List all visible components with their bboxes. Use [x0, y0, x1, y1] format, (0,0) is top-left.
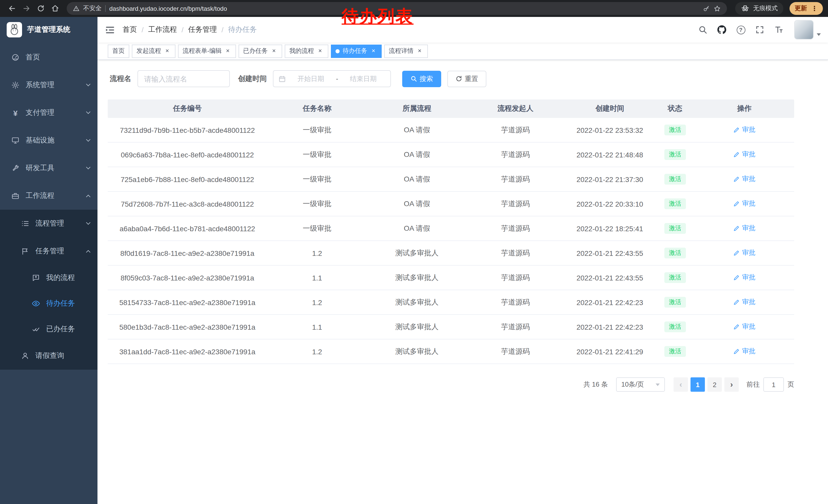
prev-page-button[interactable]: ‹	[673, 377, 688, 392]
search-button[interactable]: 搜索	[402, 71, 441, 87]
search-button[interactable]	[696, 23, 709, 36]
reset-button[interactable]: 重置	[447, 71, 486, 87]
key-icon[interactable]	[703, 5, 710, 12]
cell-initiator: 芋道源码	[467, 224, 564, 233]
breadcrumb-item-task-mgmt[interactable]: 任务管理	[188, 25, 217, 34]
page-size-select[interactable]: 10条/页	[616, 377, 665, 392]
close-icon[interactable]: ×	[164, 47, 171, 55]
approve-link[interactable]: 审批	[733, 322, 755, 331]
close-icon[interactable]: ×	[224, 47, 232, 55]
question-icon: ?	[736, 26, 745, 34]
cell-process: OA 请假	[367, 224, 467, 233]
table-row: 58154733-7ac8-11ec-a9e2-a2380e71991a 1.2…	[108, 290, 794, 315]
page-button-2[interactable]: 2	[707, 377, 722, 392]
status-badge: 激活	[664, 272, 686, 283]
github-button[interactable]	[715, 23, 729, 36]
url-text[interactable]: dashboard.yudao.iocoder.cn/bpm/task/todo	[109, 5, 227, 12]
breadcrumb-item-workflow[interactable]: 工作流程	[148, 25, 177, 34]
approve-link[interactable]: 审批	[733, 150, 755, 159]
tab-start-process[interactable]: 发起流程 ×	[132, 44, 175, 58]
edit-icon	[733, 176, 740, 183]
fullscreen-button[interactable]	[753, 23, 767, 36]
edit-icon	[733, 348, 740, 355]
close-icon[interactable]: ×	[416, 47, 423, 55]
sidebar-item-home[interactable]: 首页	[0, 44, 97, 71]
cell-initiator: 芋道源码	[467, 297, 564, 307]
range-separator: -	[336, 75, 338, 83]
next-page-button[interactable]: ›	[724, 377, 739, 392]
cell-initiator: 芋道源码	[467, 322, 564, 331]
cell-initiator: 芋道源码	[467, 150, 564, 159]
security-label[interactable]: 不安全	[83, 4, 101, 13]
breadcrumb-item-home[interactable]: 首页	[123, 25, 137, 34]
sidebar-item-todo-tasks[interactable]: 待办任务	[0, 291, 97, 316]
approve-link[interactable]: 审批	[733, 297, 755, 307]
header-action: 操作	[695, 104, 794, 113]
app-logo[interactable]: 芋道管理系统	[0, 17, 97, 43]
bookmark-star-icon[interactable]	[714, 5, 721, 12]
cell-initiator: 芋道源码	[467, 199, 564, 209]
sidebar-item-payment[interactable]: ¥ 支付管理	[0, 99, 97, 127]
end-date-placeholder[interactable]: 结束日期	[341, 74, 385, 83]
cell-initiator: 芋道源码	[467, 175, 564, 184]
avatar[interactable]	[794, 20, 814, 40]
sidebar-item-devtools[interactable]: 研发工具	[0, 154, 97, 182]
date-range-picker[interactable]: 开始日期 - 结束日期	[273, 70, 391, 87]
tab-home[interactable]: 首页	[108, 44, 129, 58]
update-button[interactable]: 更新 ⋮	[790, 2, 823, 15]
close-icon[interactable]: ×	[370, 47, 377, 55]
overflow-menu-icon[interactable]: ⋮	[811, 5, 818, 12]
cell-task-id: 73211d9d-7b9b-11ec-b5b7-acde48001122	[108, 126, 267, 134]
reload-button[interactable]	[34, 2, 47, 15]
status-badge: 激活	[664, 174, 686, 185]
process-name-input[interactable]	[137, 70, 230, 87]
sidebar-item-system[interactable]: 系统管理	[0, 71, 97, 99]
start-date-placeholder[interactable]: 开始日期	[289, 74, 333, 83]
sidebar-item-done-tasks[interactable]: 已办任务	[0, 316, 97, 342]
approve-link[interactable]: 审批	[733, 175, 755, 184]
search-icon	[410, 75, 417, 82]
header-initiator: 流程发起人	[467, 104, 564, 113]
tab-my-process[interactable]: 我的流程 ×	[285, 44, 328, 58]
breadcrumb-separator: /	[222, 26, 224, 34]
sidebar-item-my-process[interactable]: 我的流程	[0, 265, 97, 291]
tab-process-detail[interactable]: 流程详情 ×	[384, 44, 428, 58]
sidebar-item-process-mgmt[interactable]: 流程管理	[0, 210, 97, 237]
approve-link[interactable]: 审批	[733, 199, 755, 209]
table-header: 任务编号 任务名称 所属流程 流程发起人 创建时间 状态 操作	[108, 99, 794, 118]
approve-link[interactable]: 审批	[733, 224, 755, 233]
sidebar-item-task-mgmt[interactable]: 任务管理	[0, 237, 97, 265]
approve-link[interactable]: 审批	[733, 248, 755, 258]
status-badge: 激活	[664, 198, 686, 209]
approve-link[interactable]: 审批	[733, 125, 755, 135]
approve-link[interactable]: 审批	[733, 273, 755, 282]
tab-form-edit[interactable]: 流程表单-编辑 ×	[178, 44, 236, 58]
cell-initiator: 芋道源码	[467, 248, 564, 258]
gear-icon	[11, 81, 20, 89]
page-button-1[interactable]: 1	[691, 377, 705, 392]
user-menu[interactable]	[794, 20, 821, 40]
close-icon[interactable]: ×	[317, 47, 324, 55]
sidebar-item-leave-query[interactable]: 请假查询	[0, 342, 97, 370]
help-button[interactable]: ?	[734, 23, 747, 36]
back-button[interactable]	[5, 2, 18, 15]
incognito-badge: 无痕模式	[735, 2, 783, 15]
cell-process: 测试多审批人	[367, 297, 467, 307]
forward-button[interactable]	[19, 2, 33, 15]
close-icon[interactable]: ×	[271, 47, 278, 55]
approve-link[interactable]: 审批	[733, 347, 755, 356]
goto-page-input[interactable]	[763, 377, 784, 392]
chevron-down-icon	[86, 137, 90, 142]
tab-done-tasks[interactable]: 已办任务 ×	[239, 44, 282, 58]
edit-icon	[733, 274, 740, 281]
fontsize-button[interactable]	[772, 23, 785, 36]
browser-chrome: 不安全 dashboard.yudao.iocoder.cn/bpm/task/…	[0, 0, 828, 17]
home-button[interactable]	[48, 2, 61, 15]
list-icon	[20, 220, 30, 228]
edit-icon	[733, 299, 740, 306]
sidebar-toggle[interactable]	[97, 17, 123, 43]
tab-todo-tasks[interactable]: 待办任务 ×	[331, 44, 382, 58]
sidebar-item-workflow[interactable]: 工作流程	[0, 182, 97, 210]
chevron-down-icon	[656, 383, 660, 386]
sidebar-item-infrastructure[interactable]: 基础设施	[0, 127, 97, 154]
